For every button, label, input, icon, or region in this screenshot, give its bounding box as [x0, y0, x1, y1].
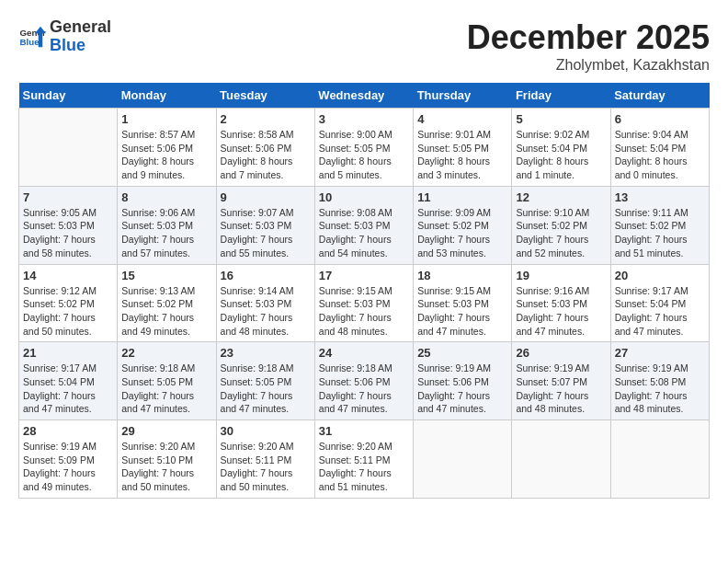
day-number: 28	[23, 424, 113, 438]
day-number: 24	[319, 346, 409, 360]
calendar-cell: 16Sunrise: 9:14 AM Sunset: 5:03 PM Dayli…	[216, 264, 314, 342]
calendar-row-1: 7Sunrise: 9:05 AM Sunset: 5:03 PM Daylig…	[19, 186, 710, 264]
cell-info-text: Sunrise: 9:19 AM Sunset: 5:06 PM Dayligh…	[417, 362, 507, 416]
calendar-row-4: 28Sunrise: 9:19 AM Sunset: 5:09 PM Dayli…	[19, 420, 710, 499]
title-block: December 2025 Zholymbet, Kazakhstan	[467, 18, 710, 74]
day-number: 16	[221, 269, 311, 282]
cell-info-text: Sunrise: 9:13 AM Sunset: 5:02 PM Dayligh…	[121, 284, 211, 339]
calendar-cell: 10Sunrise: 9:08 AM Sunset: 5:03 PM Dayli…	[314, 186, 413, 264]
cell-info-text: Sunrise: 9:07 AM Sunset: 5:03 PM Dayligh…	[221, 206, 311, 260]
calendar-row-0: 1Sunrise: 8:57 AM Sunset: 5:06 PM Daylig…	[19, 109, 710, 187]
weekday-header-saturday: Saturday	[610, 83, 709, 109]
cell-info-text: Sunrise: 9:14 AM Sunset: 5:03 PM Dayligh…	[221, 284, 311, 339]
calendar-cell: 24Sunrise: 9:18 AM Sunset: 5:06 PM Dayli…	[314, 342, 413, 420]
logo-blue-text: Blue	[50, 36, 85, 54]
calendar-cell: 30Sunrise: 9:20 AM Sunset: 5:11 PM Dayli…	[216, 420, 314, 499]
cell-info-text: Sunrise: 9:18 AM Sunset: 5:05 PM Dayligh…	[121, 362, 211, 416]
cell-info-text: Sunrise: 9:20 AM Sunset: 5:10 PM Dayligh…	[121, 440, 211, 494]
weekday-header-row: SundayMondayTuesdayWednesdayThursdayFrid…	[19, 83, 710, 109]
day-number: 18	[417, 269, 507, 282]
calendar-cell: 6Sunrise: 9:04 AM Sunset: 5:04 PM Daylig…	[610, 109, 709, 187]
calendar-cell	[610, 420, 709, 499]
cell-info-text: Sunrise: 9:17 AM Sunset: 5:04 PM Dayligh…	[615, 284, 705, 339]
cell-info-text: Sunrise: 9:17 AM Sunset: 5:04 PM Dayligh…	[23, 362, 113, 416]
day-number: 29	[121, 424, 211, 438]
cell-info-text: Sunrise: 8:58 AM Sunset: 5:06 PM Dayligh…	[221, 128, 311, 182]
calendar-cell: 26Sunrise: 9:19 AM Sunset: 5:07 PM Dayli…	[512, 342, 610, 420]
calendar-row-3: 21Sunrise: 9:17 AM Sunset: 5:04 PM Dayli…	[19, 342, 710, 420]
calendar-cell: 11Sunrise: 9:09 AM Sunset: 5:02 PM Dayli…	[414, 186, 512, 264]
calendar-cell: 22Sunrise: 9:18 AM Sunset: 5:05 PM Dayli…	[118, 342, 216, 420]
cell-info-text: Sunrise: 9:19 AM Sunset: 5:07 PM Dayligh…	[516, 362, 606, 416]
day-number: 20	[615, 269, 705, 282]
day-number: 10	[319, 190, 409, 204]
calendar-cell: 15Sunrise: 9:13 AM Sunset: 5:02 PM Dayli…	[118, 264, 216, 342]
day-number: 22	[121, 346, 211, 360]
calendar-cell: 7Sunrise: 9:05 AM Sunset: 5:03 PM Daylig…	[19, 186, 118, 264]
calendar-cell: 28Sunrise: 9:19 AM Sunset: 5:09 PM Dayli…	[19, 420, 118, 499]
calendar-cell: 9Sunrise: 9:07 AM Sunset: 5:03 PM Daylig…	[216, 186, 314, 264]
day-number: 8	[121, 190, 211, 204]
weekday-header-tuesday: Tuesday	[216, 83, 314, 109]
calendar-table: SundayMondayTuesdayWednesdayThursdayFrid…	[18, 83, 710, 499]
cell-info-text: Sunrise: 9:04 AM Sunset: 5:04 PM Dayligh…	[615, 128, 705, 182]
calendar-cell: 12Sunrise: 9:10 AM Sunset: 5:02 PM Dayli…	[512, 186, 610, 264]
day-number: 19	[516, 269, 606, 282]
calendar-cell: 23Sunrise: 9:18 AM Sunset: 5:05 PM Dayli…	[216, 342, 314, 420]
cell-info-text: Sunrise: 9:16 AM Sunset: 5:03 PM Dayligh…	[516, 284, 606, 339]
cell-info-text: Sunrise: 9:19 AM Sunset: 5:09 PM Dayligh…	[23, 440, 113, 494]
calendar-cell: 14Sunrise: 9:12 AM Sunset: 5:02 PM Dayli…	[19, 264, 118, 342]
calendar-cell: 17Sunrise: 9:15 AM Sunset: 5:03 PM Dayli…	[314, 264, 413, 342]
day-number: 14	[23, 269, 113, 282]
calendar-cell: 25Sunrise: 9:19 AM Sunset: 5:06 PM Dayli…	[414, 342, 512, 420]
cell-info-text: Sunrise: 9:12 AM Sunset: 5:02 PM Dayligh…	[23, 284, 113, 339]
cell-info-text: Sunrise: 9:08 AM Sunset: 5:03 PM Dayligh…	[319, 206, 409, 260]
day-number: 31	[319, 424, 409, 438]
month-title: December 2025	[467, 18, 710, 57]
cell-info-text: Sunrise: 9:20 AM Sunset: 5:11 PM Dayligh…	[319, 440, 409, 494]
cell-info-text: Sunrise: 9:20 AM Sunset: 5:11 PM Dayligh…	[221, 440, 311, 494]
calendar-cell: 8Sunrise: 9:06 AM Sunset: 5:03 PM Daylig…	[118, 186, 216, 264]
day-number: 6	[615, 112, 705, 126]
calendar-cell: 20Sunrise: 9:17 AM Sunset: 5:04 PM Dayli…	[610, 264, 709, 342]
calendar-cell: 1Sunrise: 8:57 AM Sunset: 5:06 PM Daylig…	[118, 109, 216, 187]
day-number: 15	[121, 269, 211, 282]
cell-info-text: Sunrise: 9:09 AM Sunset: 5:02 PM Dayligh…	[417, 206, 507, 260]
cell-info-text: Sunrise: 9:19 AM Sunset: 5:08 PM Dayligh…	[615, 362, 705, 416]
logo-general-text: General	[50, 17, 111, 36]
day-number: 13	[615, 190, 705, 204]
cell-info-text: Sunrise: 9:18 AM Sunset: 5:05 PM Dayligh…	[221, 362, 311, 416]
day-number: 30	[221, 424, 311, 438]
day-number: 17	[319, 269, 409, 282]
cell-info-text: Sunrise: 9:02 AM Sunset: 5:04 PM Dayligh…	[516, 128, 606, 182]
cell-info-text: Sunrise: 8:57 AM Sunset: 5:06 PM Dayligh…	[121, 128, 211, 182]
calendar-cell: 31Sunrise: 9:20 AM Sunset: 5:11 PM Dayli…	[314, 420, 413, 499]
logo: General Blue General Blue	[18, 18, 111, 55]
weekday-header-thursday: Thursday	[414, 83, 512, 109]
day-number: 26	[516, 346, 606, 360]
calendar-cell: 5Sunrise: 9:02 AM Sunset: 5:04 PM Daylig…	[512, 109, 610, 187]
day-number: 4	[417, 112, 507, 126]
day-number: 1	[121, 112, 211, 126]
day-number: 9	[221, 190, 311, 204]
calendar-cell: 13Sunrise: 9:11 AM Sunset: 5:02 PM Dayli…	[610, 186, 709, 264]
cell-info-text: Sunrise: 9:11 AM Sunset: 5:02 PM Dayligh…	[615, 206, 705, 260]
calendar-cell	[512, 420, 610, 499]
cell-info-text: Sunrise: 9:10 AM Sunset: 5:02 PM Dayligh…	[516, 206, 606, 260]
day-number: 11	[417, 190, 507, 204]
day-number: 3	[319, 112, 409, 126]
weekday-header-wednesday: Wednesday	[314, 83, 413, 109]
cell-info-text: Sunrise: 9:01 AM Sunset: 5:05 PM Dayligh…	[417, 128, 507, 182]
day-number: 27	[615, 346, 705, 360]
cell-info-text: Sunrise: 9:00 AM Sunset: 5:05 PM Dayligh…	[319, 128, 409, 182]
svg-text:Blue: Blue	[20, 37, 40, 47]
weekday-header-sunday: Sunday	[19, 83, 118, 109]
calendar-cell: 21Sunrise: 9:17 AM Sunset: 5:04 PM Dayli…	[19, 342, 118, 420]
calendar-cell: 3Sunrise: 9:00 AM Sunset: 5:05 PM Daylig…	[314, 109, 413, 187]
day-number: 12	[516, 190, 606, 204]
day-number: 5	[516, 112, 606, 126]
day-number: 7	[23, 190, 113, 204]
cell-info-text: Sunrise: 9:06 AM Sunset: 5:03 PM Dayligh…	[121, 206, 211, 260]
calendar-cell	[19, 109, 118, 187]
calendar-cell: 18Sunrise: 9:15 AM Sunset: 5:03 PM Dayli…	[414, 264, 512, 342]
